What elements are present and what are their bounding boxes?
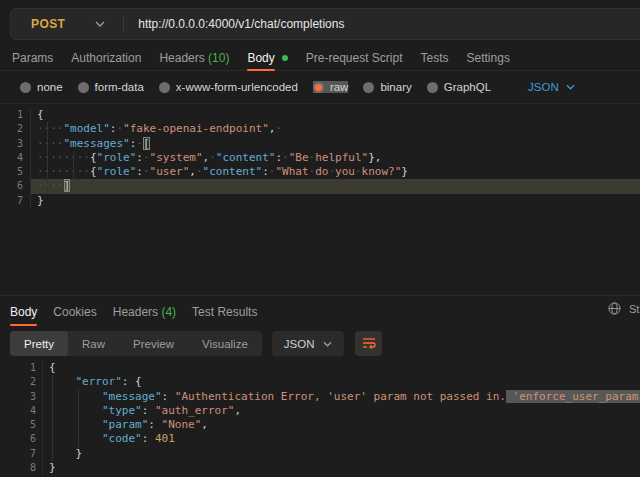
line-number: 4: [0, 404, 42, 418]
response-format-label: JSON: [284, 338, 315, 350]
code-line[interactable]: 7 }: [0, 447, 640, 461]
line-number: 1: [0, 361, 42, 375]
line-number: 6: [0, 432, 42, 446]
response-view-switch: Pretty Raw Preview Visualize: [10, 331, 262, 356]
code-text: "error": {: [42, 375, 640, 389]
view-raw-button[interactable]: Raw: [68, 331, 119, 356]
code-line[interactable]: 5········{"role":·"user",·"content":·"Wh…: [0, 165, 640, 179]
tab-settings[interactable]: Settings: [467, 51, 510, 65]
postman-window: { "colors": { "accent_orange": "#ff6c37"…: [0, 0, 640, 477]
tab-tests[interactable]: Tests: [421, 51, 449, 65]
raw-format-dropdown[interactable]: JSON: [528, 81, 575, 93]
method-chevron-down-icon[interactable]: [95, 21, 105, 27]
line-number: 6: [0, 179, 30, 193]
code-text: ····"messages":·[: [30, 137, 640, 151]
word-wrap-button[interactable]: [355, 331, 382, 356]
code-line[interactable]: 3····"messages":·[: [0, 137, 640, 151]
tab-params[interactable]: Params: [12, 51, 53, 65]
body-modified-dot-icon: [282, 55, 288, 61]
code-line[interactable]: 5 "param": "None",: [0, 418, 640, 432]
request-url-bar: POST http://0.0.0.0:4000/v1/chat/complet…: [10, 8, 640, 40]
radio-graphql[interactable]: GraphQL: [427, 81, 491, 93]
response-body-editor[interactable]: 1{2 "error": {3 "message": "Authenticati…: [0, 357, 640, 477]
code-text: }: [42, 461, 640, 475]
radio-none[interactable]: none: [20, 81, 63, 93]
radio-circle-icon: [159, 82, 170, 93]
response-tabs: Body Cookies Headers (4) Test Results: [0, 296, 640, 328]
code-text: "message": "Authentication Error, 'user'…: [42, 390, 640, 404]
headers-count-badge: (10): [208, 51, 229, 65]
indent-guide: [78, 390, 79, 447]
tab-body-label: Body: [247, 51, 274, 65]
code-line[interactable]: 8}: [0, 461, 640, 475]
tab-response-headers-label: Headers: [113, 305, 158, 319]
code-text: "type": "auth_error",: [42, 404, 640, 418]
code-text: ····]: [30, 179, 640, 193]
line-number: 4: [0, 151, 30, 165]
line-number: 5: [0, 418, 42, 432]
radio-raw-label: raw: [330, 81, 349, 93]
response-headers-count-badge: (4): [161, 305, 176, 319]
line-number: 7: [0, 447, 42, 461]
radio-urlencoded[interactable]: x-www-form-urlencoded: [159, 81, 298, 93]
code-line[interactable]: 3 "message": "Authentication Error, 'use…: [0, 390, 640, 404]
radio-raw[interactable]: raw: [313, 81, 349, 93]
code-line[interactable]: 4 "type": "auth_error",: [0, 404, 640, 418]
method-selector[interactable]: POST: [31, 17, 65, 31]
request-body-editor[interactable]: 1{2····"model":·"fake-openai-endpoint",·…: [0, 104, 640, 291]
radio-graphql-label: GraphQL: [444, 81, 491, 93]
code-line[interactable]: 6····]: [0, 179, 640, 193]
globe-icon[interactable]: [608, 301, 621, 319]
radio-none-label: none: [37, 81, 63, 93]
tab-response-body[interactable]: Body: [10, 305, 37, 319]
code-line[interactable]: 1{: [0, 361, 640, 375]
tab-headers[interactable]: Headers (10): [159, 51, 229, 65]
raw-format-label: JSON: [528, 81, 559, 93]
line-number: 3: [0, 137, 30, 151]
status-text-clipped: St: [629, 303, 639, 315]
code-text: }: [30, 194, 640, 208]
body-type-bar: none form-data x-www-form-urlencoded raw…: [0, 71, 640, 104]
indent-guide: [47, 122, 48, 194]
response-format-dropdown[interactable]: JSON: [272, 331, 345, 356]
line-number: 2: [0, 122, 30, 136]
line-number: 2: [0, 375, 42, 389]
code-text: "param": "None",: [42, 418, 640, 432]
tab-prerequest-script[interactable]: Pre-request Script: [306, 51, 403, 65]
code-text: {: [42, 361, 640, 375]
view-visualize-button[interactable]: Visualize: [188, 331, 262, 356]
tab-authorization[interactable]: Authorization: [71, 51, 141, 65]
word-wrap-icon: [362, 335, 376, 353]
view-pretty-button[interactable]: Pretty: [10, 331, 68, 356]
format-chevron-down-icon: [566, 84, 575, 90]
code-line[interactable]: 2····"model":·"fake-openai-endpoint",·: [0, 122, 640, 136]
tab-test-results[interactable]: Test Results: [192, 305, 257, 319]
code-text: "code": 401: [42, 432, 640, 446]
tab-response-headers[interactable]: Headers (4): [113, 305, 176, 319]
code-line[interactable]: 7}: [0, 194, 640, 208]
line-number: 3: [0, 390, 42, 404]
tab-cookies[interactable]: Cookies: [53, 305, 96, 319]
code-text: ········{"role":·"system",·"content":·"B…: [30, 151, 640, 165]
response-toolbar: Pretty Raw Preview Visualize JSON: [10, 331, 382, 356]
radio-binary-label: binary: [380, 81, 411, 93]
code-text: ········{"role":·"user",·"content":·"Wha…: [30, 165, 640, 179]
line-number: 8: [0, 461, 42, 475]
radio-circle-icon: [20, 82, 31, 93]
code-line[interactable]: 4········{"role":·"system",·"content":·"…: [0, 151, 640, 165]
indent-guide: [73, 151, 74, 179]
radio-selected-icon: [313, 82, 324, 93]
code-line[interactable]: 6 "code": 401: [0, 432, 640, 446]
radio-circle-icon: [427, 82, 438, 93]
radio-form-data[interactable]: form-data: [78, 81, 144, 93]
line-number: 7: [0, 194, 30, 208]
code-line[interactable]: 2 "error": {: [0, 375, 640, 389]
view-preview-button[interactable]: Preview: [119, 331, 188, 356]
code-text: }: [42, 447, 640, 461]
tab-body[interactable]: Body: [247, 51, 287, 65]
response-format-chevron-down-icon: [323, 341, 332, 347]
active-tab-underline: [10, 324, 37, 326]
url-input[interactable]: http://0.0.0.0:4000/v1/chat/completions: [138, 17, 344, 31]
code-line[interactable]: 1{: [0, 108, 640, 122]
radio-binary[interactable]: binary: [363, 81, 411, 93]
